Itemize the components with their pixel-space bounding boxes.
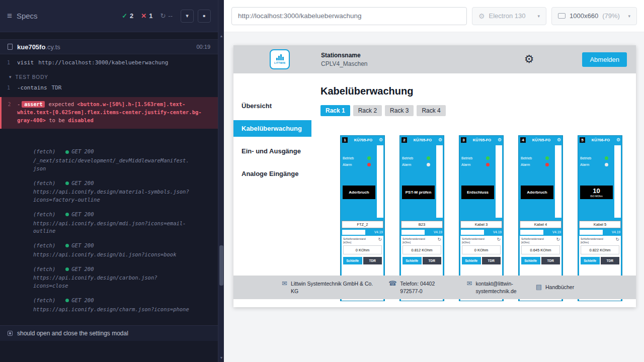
spec-header[interactable]: kue705fo .cy.ts 00:19 [0,39,218,54]
gear-icon[interactable]: ⚙ [616,138,620,142]
footer-contact-item[interactable]: ☎ Telefon: 04402 972577-0 [388,280,454,294]
alarm-led [545,163,549,166]
app-under-test: LITTWIN Stationsname CPLV4_Maschen ⚙ Abm… [233,45,636,307]
fetch-entry[interactable]: (fetch) GET 200 https://api.iconify.desi… [0,242,218,259]
book-icon: ▤ [536,284,542,291]
fetch-url: https://api.iconify.design/mdi.json?icon… [33,220,190,236]
fetch-tag: (fetch) [33,297,55,305]
tab-rack-4[interactable]: Rack 4 [417,105,445,116]
firmware-version: V4.19 [493,230,502,234]
reporter-actions: ▾ ■ [181,10,211,23]
command-message: TDR [52,84,62,91]
stop-button[interactable]: ■ [198,10,211,23]
viewport-size: 1000x660 [570,12,598,20]
fetch-status: GET 200 [71,265,94,274]
tdr-button[interactable]: TDR [482,257,501,264]
gear-icon[interactable]: ⚙ [379,138,383,142]
spec-extension: .cy.ts [45,43,60,51]
fetch-entry[interactable]: (fetch) GET 200 /_next/static/developmen… [0,148,218,172]
check-icon: ✓ [122,12,127,20]
sidebar-item-uebersicht[interactable]: Übersicht [233,98,311,114]
status-ok-icon [65,150,69,154]
tdr-button[interactable]: TDR [601,257,620,264]
sidebar-item-ein-und-ausgaenge[interactable]: Ein- und Ausgänge [233,143,311,159]
tab-rack-2[interactable]: Rack 2 [353,105,382,116]
app-sidebar: Übersicht Kabelüberwachung Ein- und Ausg… [233,73,311,307]
schleife-button[interactable]: Schleife [403,257,422,264]
level-column [614,145,621,218]
tab-rack-1[interactable]: Rack 1 [320,105,350,116]
scrollbar-thumb[interactable] [219,245,223,286]
browser-selector[interactable]: ⚙ Electron 130 ▾ [472,7,546,25]
refresh-icon[interactable]: ↻ [556,237,560,242]
command-log: 1 visithttp://localhost:3000/kabelueberw… [0,54,218,313]
alarm-label: Alarm [521,163,530,166]
gear-icon[interactable]: ⚙ [438,138,442,142]
settings-gear-icon[interactable]: ⚙ [524,54,534,65]
refresh-icon[interactable]: ↻ [378,237,382,242]
status-ok-icon [65,267,69,271]
betrieb-label: Betrieb [461,156,472,160]
specs-menu-button[interactable]: ≡ Specs [7,11,38,21]
cable-name: FTZ_2 [342,221,383,228]
command-contains[interactable]: 1 -containsTDR [0,82,218,94]
schleife-button[interactable]: Schleife [521,257,540,264]
fetch-entry[interactable]: (fetch) GET 200 https://api.iconify.desi… [0,297,218,314]
command-assert-failed[interactable]: 2 -assertexpected <button.w-[50%].h-[1.5… [0,97,218,129]
logo-text: LITTWIN [274,61,285,64]
resistance-label: Schleifenwiderstand [kOhm] [521,237,552,244]
gear-icon[interactable]: ⚙ [498,138,502,142]
refresh-icon[interactable]: ↻ [497,237,501,242]
test-body-section[interactable]: ▾ TEST BODY [0,69,218,82]
status-text: Erdschluss [467,190,489,195]
pending-icon: ↻ [160,12,166,20]
footer-contact-item[interactable]: ✉ kontakt@littwin-systemtechnik.de [467,280,524,294]
status-display: 10 ISO MOhm [580,186,613,199]
alarm-led [605,163,608,166]
footer-contact-item[interactable]: ▤ Handbücher [536,284,586,291]
display-blank [580,230,603,235]
sidebar-item-kabelueberwachung[interactable]: Kabelüberwachung [233,120,311,137]
command-visit[interactable]: 1 visithttp://localhost:3000/kabelueberw… [0,57,218,69]
spec-file-icon [8,44,13,50]
chevron-down-icon: ▾ [628,14,630,19]
fetch-entry[interactable]: (fetch) GET 200 https://api.iconify.desi… [0,211,218,235]
fetch-tag: (fetch) [33,211,55,219]
cable-name: Kabel 5 [579,221,621,228]
tdr-button[interactable]: TDR [541,257,560,264]
resistance-label: Schleifenwiderstand [kOhm] [462,237,493,244]
firmware-version: V4.19 [552,230,561,234]
logout-button[interactable]: Abmelden [582,52,627,67]
tdr-button[interactable]: TDR [423,257,442,264]
refresh-icon[interactable]: ↻ [615,237,619,242]
status-ok-icon [65,213,69,216]
sidebar-item-analoge-eingaenge[interactable]: Analoge Eingänge [233,165,311,182]
footer-text: kontakt@littwin-systemtechnik.de [475,280,523,294]
footer-contact-item[interactable]: ✉ Littwin Systemtechnik GmbH & Co. KG [282,280,376,294]
collapse-all-button[interactable]: ▾ [181,10,194,23]
cross-icon: ✕ [141,12,146,20]
alarm-led [427,163,430,166]
next-test-row[interactable]: should open and close the settings modal [0,325,218,341]
address-bar[interactable]: http://localhost:3000/kabelueberwachung [231,7,467,25]
device-number: 5 [580,137,585,143]
fetch-url: https://api.iconify.design/carbon.json?i… [33,274,190,290]
command-name: visit [17,59,34,66]
fetch-entry[interactable]: (fetch) GET 200 https://api.iconify.desi… [0,179,218,204]
device-number: 3 [461,137,466,143]
refresh-icon[interactable]: ↻ [437,237,441,242]
schleife-button[interactable]: Schleife [462,257,481,264]
schleife-button[interactable]: Schleife [343,257,362,264]
electron-icon: ⚙ [478,12,485,20]
fetch-tag: (fetch) [33,265,55,274]
schleife-button[interactable]: Schleife [581,257,600,264]
email-icon: ✉ [467,280,472,287]
viewport-zoom: (79%) [602,12,620,20]
tab-rack-3[interactable]: Rack 3 [385,105,414,116]
tdr-button[interactable]: TDR [363,257,382,264]
gear-icon[interactable]: ⚙ [557,138,561,142]
viewport-selector[interactable]: 1000x660 (79%) ▾ [551,7,637,25]
fetch-entry[interactable]: (fetch) GET 200 https://api.iconify.desi… [0,265,218,290]
level-column [377,145,383,218]
alarm-led [367,163,371,166]
